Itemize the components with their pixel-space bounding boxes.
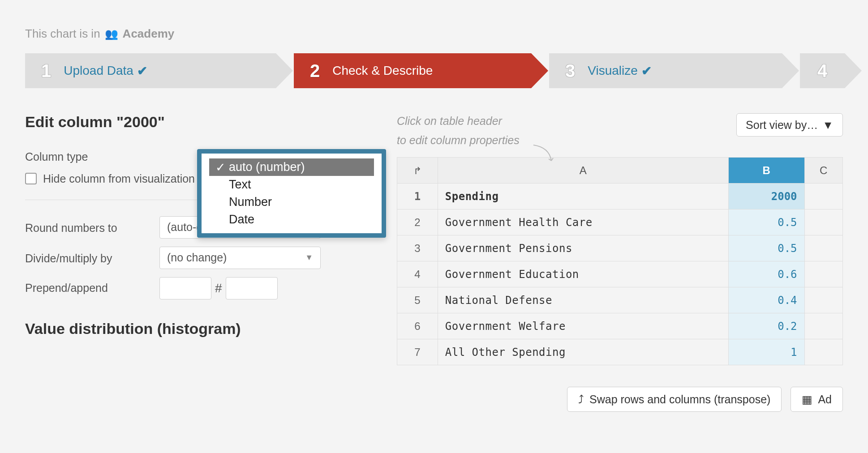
table-row: 6 Government Welfare 0.2	[397, 313, 843, 339]
column-type-option-number[interactable]: Number	[209, 193, 374, 211]
grid-icon: ▦	[802, 393, 812, 406]
sort-view-button[interactable]: Sort view by… ▼	[736, 113, 843, 137]
hide-column-checkbox[interactable]	[25, 173, 37, 184]
row-number: 7	[397, 339, 438, 365]
stepper: 1 Upload Data ✔ 2 Check & Describe 3 Vis…	[25, 53, 843, 88]
check-icon: ✔	[137, 64, 147, 78]
step-check-describe[interactable]: 2 Check & Describe	[294, 53, 531, 88]
step-number: 3	[565, 61, 575, 81]
table-row: 3 Government Pensions 0.5	[397, 235, 843, 261]
table-row: 1 Spending 2000	[397, 184, 843, 209]
row-number: 1	[397, 184, 438, 209]
cell-c[interactable]	[804, 261, 842, 287]
prepend-input[interactable]	[159, 277, 211, 299]
row-number: 2	[397, 209, 438, 235]
step-number: 1	[41, 61, 51, 81]
cell-b[interactable]: 1	[728, 339, 804, 365]
cell-c[interactable]	[804, 209, 842, 235]
cell-c[interactable]	[804, 184, 842, 209]
people-icon: 👥	[105, 28, 118, 40]
check-icon: ✔	[641, 64, 652, 78]
prepend-append-label: Prepend/append	[25, 281, 159, 295]
cell-c[interactable]	[804, 287, 842, 313]
transpose-icon: ↱	[413, 165, 421, 176]
column-header-c[interactable]: C	[804, 158, 842, 184]
hide-column-label: Hide column from visualization	[43, 172, 195, 185]
cell-b[interactable]: 0.5	[728, 209, 804, 235]
breadcrumb: This chart is in 👥 Academy	[25, 27, 843, 41]
table-hint-line2: to edit column properties	[397, 132, 520, 148]
cell-b[interactable]: 0.6	[728, 261, 804, 287]
column-header-b[interactable]: B	[728, 158, 804, 184]
step-upload-data[interactable]: 1 Upload Data ✔	[25, 53, 276, 88]
cell-b[interactable]: 0.2	[728, 313, 804, 339]
cell-a[interactable]: Government Education	[438, 261, 728, 287]
cell-a[interactable]: All Other Spending	[438, 339, 728, 365]
table-row: 4 Government Education 0.6	[397, 261, 843, 287]
step-label: Check & Describe	[332, 64, 433, 78]
row-number: 3	[397, 235, 438, 261]
data-table: ↱ A B C 1 Spending 2000 2	[397, 157, 843, 365]
step-visualize[interactable]: 3 Visualize ✔	[549, 53, 782, 88]
add-label: Ad	[818, 393, 832, 406]
divide-multiply-label: Divide/multiply by	[25, 247, 159, 266]
column-type-label: Column type	[25, 145, 159, 164]
prepend-append-separator: #	[215, 281, 222, 295]
add-column-button[interactable]: ▦ Ad	[791, 387, 843, 412]
breadcrumb-folder[interactable]: Academy	[123, 27, 175, 41]
breadcrumb-prefix: This chart is in	[25, 27, 100, 41]
cell-a[interactable]: Government Welfare	[438, 313, 728, 339]
cell-b[interactable]: 0.5	[728, 235, 804, 261]
cell-a[interactable]: Spending	[438, 184, 728, 209]
table-hint-line1: Click on table header	[397, 113, 520, 129]
table-row: 5 National Defense 0.4	[397, 287, 843, 313]
cell-a[interactable]: National Defense	[438, 287, 728, 313]
table-row: 7 All Other Spending 1	[397, 339, 843, 365]
table-row: 2 Government Health Care 0.5	[397, 209, 843, 235]
cell-b[interactable]: 0.4	[728, 287, 804, 313]
hint-arrow-icon	[531, 143, 558, 165]
cell-c[interactable]	[804, 235, 842, 261]
step-4[interactable]: 4	[800, 53, 845, 88]
round-numbers-label: Round numbers to	[25, 216, 159, 235]
transpose-icon: ⤴	[578, 393, 584, 406]
sort-view-label: Sort view by…	[746, 119, 818, 132]
append-input[interactable]	[226, 277, 278, 299]
column-type-option-auto[interactable]: auto (number)	[209, 158, 374, 176]
step-number: 2	[310, 61, 320, 81]
row-number: 4	[397, 261, 438, 287]
step-label: Upload Data	[64, 64, 133, 78]
column-header-a[interactable]: A	[438, 158, 728, 184]
swap-label: Swap rows and columns (transpose)	[589, 393, 770, 406]
histogram-title: Value distribution (histogram)	[25, 320, 370, 338]
swap-rows-columns-button[interactable]: ⤴ Swap rows and columns (transpose)	[567, 387, 782, 412]
chevron-down-icon: ▼	[822, 119, 834, 132]
transpose-corner[interactable]: ↱	[397, 158, 438, 184]
column-type-dropdown[interactable]: auto (number) Text Number Date	[197, 149, 386, 238]
edit-column-title: Edit column "2000"	[25, 113, 370, 131]
row-number: 5	[397, 287, 438, 313]
divide-multiply-value: (no change)	[167, 251, 227, 264]
cell-a[interactable]: Government Pensions	[438, 235, 728, 261]
divide-multiply-select[interactable]: (no change) ▼	[159, 247, 321, 269]
cell-c[interactable]	[804, 313, 842, 339]
chevron-down-icon: ▼	[305, 253, 313, 262]
step-number: 4	[817, 61, 827, 81]
cell-a[interactable]: Government Health Care	[438, 209, 728, 235]
column-type-option-text[interactable]: Text	[209, 176, 374, 193]
step-label: Visualize	[588, 64, 638, 78]
column-type-option-date[interactable]: Date	[209, 211, 374, 228]
cell-c[interactable]	[804, 339, 842, 365]
row-number: 6	[397, 313, 438, 339]
cell-b[interactable]: 2000	[728, 184, 804, 209]
